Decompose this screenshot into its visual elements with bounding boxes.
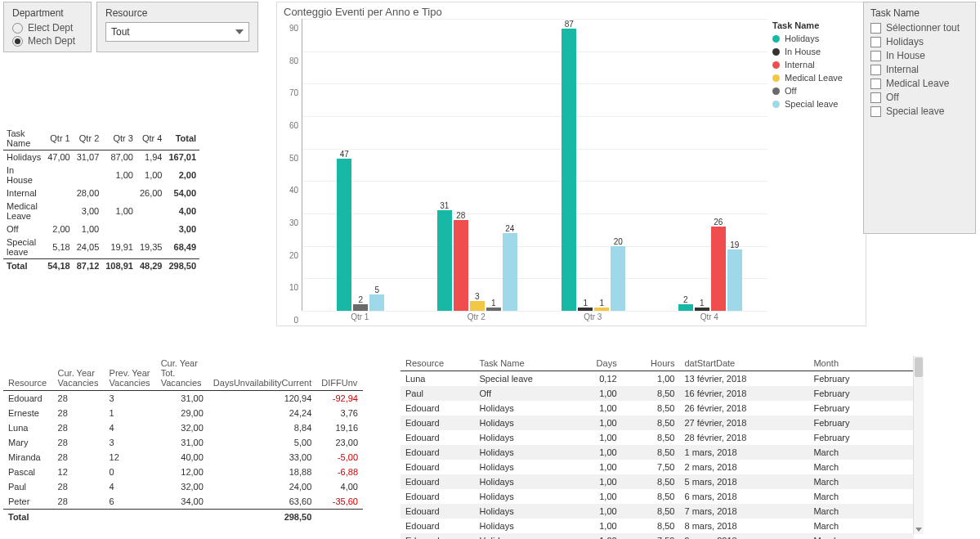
vacancies-total-cell: 298,50 — [208, 510, 316, 525]
details-cell: 7 mars, 2018 — [679, 504, 808, 519]
vacancies-header[interactable]: Resource — [3, 356, 53, 391]
details-header[interactable]: Month — [808, 356, 914, 371]
scroll-down-icon[interactable] — [914, 524, 924, 534]
vacancies-header[interactable]: Cur. Year Vacancies — [53, 356, 105, 391]
matrix-cell: 3,00 — [165, 222, 199, 236]
chart-bar[interactable]: 2 — [678, 304, 693, 311]
department-option[interactable]: Elect Dept — [12, 22, 83, 34]
x-tick-label: Qtr 3 — [584, 312, 602, 321]
details-header[interactable]: datStartDate — [679, 356, 808, 371]
scroll-thumb[interactable] — [915, 357, 923, 377]
chart-bar[interactable]: 24 — [503, 233, 517, 311]
details-header[interactable]: Task Name — [475, 356, 564, 371]
chart-bar[interactable]: 1 — [486, 308, 501, 311]
vacancies-cell: Luna — [3, 420, 53, 435]
table-row[interactable]: EdouardHolidays1,007,509 mars, 2018March — [401, 533, 914, 539]
details-cell: 8,50 — [622, 474, 680, 489]
vacancies-cell: 33,00 — [208, 450, 316, 465]
chart-bar-label: 19 — [730, 240, 739, 249]
table-row[interactable]: EdouardHolidays1,008,508 mars, 2018March — [401, 519, 914, 533]
task-slicer-item[interactable]: Holidays — [870, 36, 969, 47]
details-table: ResourceTask NameDaysHoursdatStartDateMo… — [401, 356, 924, 534]
table-row[interactable]: EdouardHolidays1,007,502 mars, 2018March — [401, 460, 914, 474]
chart-bar[interactable]: 5 — [369, 294, 384, 311]
chart-bar-label: 24 — [505, 224, 514, 233]
table-row[interactable]: EdouardHolidays1,008,5028 février, 2018F… — [401, 430, 914, 445]
task-slicer-item[interactable]: Sélectionner tout — [870, 22, 969, 34]
task-slicer-item[interactable]: Special leave — [870, 106, 969, 117]
details-scrollbar[interactable] — [913, 356, 924, 534]
details-cell: 1,00 — [564, 504, 622, 519]
chart-bar[interactable]: 1 — [578, 308, 593, 311]
vacancies-header[interactable]: DIFFUnv — [316, 356, 363, 391]
chart-bar-label: 1 — [700, 299, 705, 308]
legend-item[interactable]: Medical Leave — [772, 73, 862, 83]
matrix-header[interactable]: Qtr 4 — [136, 127, 166, 150]
vacancies-header[interactable]: DaysUnvailabilityCurrent — [208, 356, 316, 391]
table-row[interactable]: LunaSpecial leave0,121,0013 février, 201… — [401, 371, 914, 387]
task-slicer-item[interactable]: Internal — [870, 64, 969, 75]
matrix-cell: 4,00 — [165, 200, 199, 222]
vacancies-cell: 63,60 — [208, 494, 316, 510]
vacancies-cell: 5,00 — [208, 435, 316, 450]
matrix-header[interactable]: Task Name — [3, 127, 44, 150]
table-row[interactable]: EdouardHolidays1,008,5027 février, 2018F… — [401, 415, 914, 430]
vacancies-cell: 24,24 — [208, 406, 316, 420]
chart-bar[interactable]: 1 — [695, 308, 709, 311]
chart-bar[interactable]: 31 — [437, 210, 452, 311]
chart-bar[interactable]: 2 — [353, 304, 368, 311]
chart-bar[interactable]: 47 — [337, 159, 351, 311]
y-tick-label: 10 — [289, 283, 298, 292]
department-option[interactable]: Mech Dept — [12, 35, 83, 47]
task-slicer-item[interactable]: Off — [870, 92, 969, 103]
table-row[interactable]: EdouardHolidays1,008,505 mars, 2018March — [401, 474, 914, 489]
matrix-header[interactable]: Qtr 2 — [74, 127, 103, 150]
legend-item[interactable]: Internal — [772, 60, 862, 70]
details-cell: 1,00 — [564, 489, 622, 504]
vacancies-header[interactable]: Prev. Year Vacancies — [105, 356, 156, 391]
table-row[interactable]: EdouardHolidays1,008,507 mars, 2018March — [401, 504, 914, 519]
chart-bar[interactable]: 1 — [594, 308, 609, 311]
checkbox-icon — [870, 92, 881, 103]
table-row[interactable]: EdouardHolidays1,008,5026 février, 2018F… — [401, 401, 914, 415]
details-cell: 8,50 — [622, 430, 680, 445]
checkbox-icon — [870, 65, 881, 75]
y-tick-label: 0 — [293, 316, 298, 325]
legend-swatch-icon — [772, 61, 780, 69]
details-header[interactable]: Resource — [401, 356, 475, 371]
y-tick-label: 50 — [289, 153, 298, 162]
vacancies-cell: 3 — [105, 435, 156, 450]
chart-bar[interactable]: 87 — [562, 29, 576, 311]
details-cell: Holidays — [475, 474, 564, 489]
chart-bar[interactable]: 26 — [711, 227, 726, 311]
chart-bar[interactable]: 28 — [454, 220, 468, 311]
legend-item[interactable]: Holidays — [772, 34, 862, 43]
legend-item[interactable]: Off — [772, 86, 862, 96]
chart-bar[interactable]: 19 — [727, 249, 742, 311]
legend-label: Off — [785, 86, 796, 96]
vacancies-cell: 4 — [105, 479, 156, 494]
details-header[interactable]: Hours — [622, 356, 680, 371]
matrix-header[interactable]: Total — [165, 127, 199, 150]
matrix-cell: 68,49 — [165, 236, 199, 259]
legend-item[interactable]: In House — [772, 47, 862, 56]
task-slicer-item[interactable]: Medical Leave — [870, 78, 969, 89]
chart-bar-label: 1 — [599, 299, 604, 308]
table-row[interactable]: PaulOff1,008,5016 février, 2018February — [401, 386, 914, 401]
details-cell: Holidays — [475, 445, 564, 460]
table-row[interactable]: EdouardHolidays1,008,506 mars, 2018March — [401, 489, 914, 504]
task-slicer-item[interactable]: In House — [870, 50, 969, 61]
chart-bar[interactable]: 3 — [470, 301, 485, 311]
matrix-cell: 167,01 — [165, 150, 199, 164]
chart-bar[interactable]: 20 — [611, 246, 625, 311]
resource-dropdown[interactable]: Tout — [105, 22, 249, 42]
details-cell: Holidays — [475, 504, 564, 519]
details-header[interactable]: Days — [564, 356, 622, 371]
task-name-slicer-title: Task Name — [870, 7, 969, 19]
matrix-header[interactable]: Qtr 1 — [44, 127, 74, 150]
table-row[interactable]: EdouardHolidays1,008,501 mars, 2018March — [401, 445, 914, 460]
details-cell: March — [808, 519, 914, 533]
vacancies-header[interactable]: Cur. Year Tot. Vacancies — [156, 356, 208, 391]
legend-item[interactable]: Special leave — [772, 99, 862, 109]
matrix-header[interactable]: Qtr 3 — [102, 127, 136, 150]
